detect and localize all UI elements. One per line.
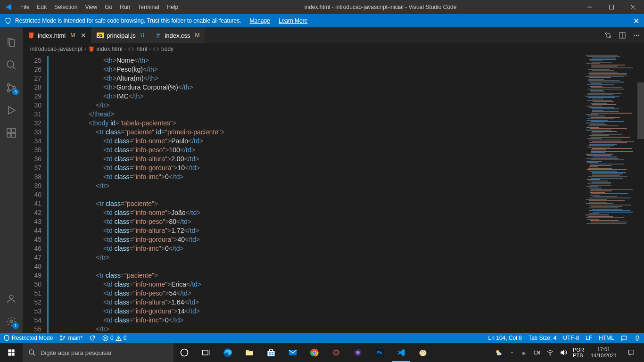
tab-mod-indicator: M (195, 32, 200, 39)
svg-point-54 (356, 351, 360, 354)
task-view-icon[interactable] (195, 343, 217, 362)
start-button[interactable] (0, 343, 23, 362)
tab-index-css[interactable]: # index.css M (149, 27, 205, 43)
status-lncol[interactable]: Ln 104, Col 8 (485, 333, 525, 343)
status-encoding[interactable]: UTF-8 (560, 333, 582, 343)
status-feedback-icon[interactable] (618, 333, 631, 343)
edge-icon[interactable] (217, 343, 239, 362)
file-explorer-icon[interactable] (239, 343, 260, 362)
language-indicator[interactable]: PORPTB (570, 343, 587, 362)
breadcrumb-item[interactable]: body (153, 46, 173, 52)
status-problems[interactable]: 0 0 (99, 333, 130, 343)
search-placeholder: Digite aqui para pesquisar (41, 349, 112, 356)
tab-close-icon[interactable]: ✕ (81, 32, 86, 39)
store-icon[interactable] (260, 343, 282, 362)
cortana-icon[interactable] (173, 343, 195, 362)
tab-principal-js[interactable]: JS principal.js U (91, 27, 149, 43)
learn-more-link[interactable]: Learn More (279, 17, 307, 24)
minimize-button[interactable] (579, 0, 601, 14)
taskbar-apps: Ps (173, 343, 434, 362)
explorer-icon[interactable] (0, 31, 23, 54)
svg-marker-9 (8, 107, 15, 114)
status-restricted-mode[interactable]: Restricted Mode (0, 333, 56, 343)
file-icon: JS (96, 32, 104, 39)
mail-icon[interactable] (282, 343, 304, 362)
tab-mod-indicator: M (70, 32, 75, 39)
svg-rect-11 (7, 133, 11, 137)
svg-point-15 (10, 320, 13, 323)
breadcrumb-item[interactable]: html (128, 46, 147, 52)
tab-bar: index.html M ✕JS principal.js U # index.… (23, 27, 644, 44)
status-bell-icon[interactable] (631, 333, 644, 343)
status-tabsize[interactable]: Tab Size: 4 (525, 333, 560, 343)
manage-badge: 1 (12, 322, 19, 329)
extensions-icon[interactable] (0, 122, 23, 144)
meet-now-icon[interactable] (530, 343, 544, 362)
svg-rect-34 (12, 353, 15, 356)
status-branch-label: main* (68, 335, 83, 341)
compare-changes-icon[interactable] (604, 32, 612, 39)
clock-date: 14/10/2021 (591, 353, 617, 359)
menu-file[interactable]: File (17, 0, 33, 14)
menu-run[interactable]: Run (116, 0, 134, 14)
svg-point-24 (60, 339, 62, 340)
app-icon-1[interactable] (325, 343, 347, 362)
weather-icon[interactable] (492, 343, 507, 362)
source-control-icon[interactable]: 3 (0, 76, 23, 99)
status-sync[interactable] (86, 333, 99, 343)
tab-actions (604, 27, 644, 43)
menu-go[interactable]: Go (101, 0, 116, 14)
menu-view[interactable]: View (81, 0, 101, 14)
breadcrumb-item[interactable]: index.html (88, 46, 123, 52)
taskbar-search[interactable]: Digite aqui para pesquisar (23, 343, 173, 362)
paint-icon[interactable] (412, 343, 434, 362)
svg-point-61 (421, 354, 422, 355)
tab-index-html[interactable]: index.html M ✕ (23, 27, 91, 43)
status-branch[interactable]: main* (56, 333, 86, 343)
svg-point-17 (609, 36, 611, 38)
file-icon: # (154, 32, 162, 39)
code-editor[interactable]: 2526272829303132333435363738394041424344… (23, 54, 644, 333)
file-icon (27, 32, 35, 39)
maximize-button[interactable] (601, 0, 622, 14)
more-actions-icon[interactable] (633, 32, 640, 39)
app-icon-2[interactable] (347, 343, 369, 362)
status-eol[interactable]: LF (582, 333, 595, 343)
menu-help[interactable]: Help (163, 0, 182, 14)
shield-icon (5, 17, 11, 24)
volume-icon[interactable] (557, 343, 570, 362)
account-icon[interactable] (0, 288, 23, 310)
svg-point-20 (634, 35, 635, 36)
code-content[interactable]: <th>Nome</th> <th>Peso(kg)</th> <th>Altu… (52, 54, 644, 333)
manage-link[interactable]: Manage (250, 17, 270, 24)
svg-rect-45 (269, 354, 271, 355)
search-icon[interactable] (0, 54, 23, 76)
action-center-icon[interactable] (620, 343, 642, 362)
svg-point-59 (423, 350, 424, 352)
tray-chevron-icon[interactable] (507, 343, 517, 362)
menu-selection[interactable]: Selection (50, 0, 81, 14)
editor-scrollbar[interactable] (637, 54, 644, 333)
split-editor-icon[interactable] (619, 32, 626, 39)
onedrive-icon[interactable] (517, 343, 530, 362)
close-banner-icon[interactable]: ✕ (633, 16, 639, 25)
run-debug-icon[interactable] (0, 99, 23, 122)
breadcrumb-item[interactable]: introducao-javascript (30, 46, 83, 52)
wifi-icon[interactable] (544, 343, 557, 362)
chrome-icon[interactable] (304, 343, 325, 362)
svg-point-16 (605, 33, 607, 34)
taskbar-clock[interactable]: 17:01 14/10/2021 (587, 346, 620, 359)
manage-icon[interactable]: 1 (0, 310, 23, 333)
scrollbar-thumb[interactable] (637, 82, 644, 139)
svg-rect-44 (272, 352, 273, 354)
photoshop-icon[interactable]: Ps (369, 343, 390, 362)
svg-rect-1 (610, 5, 614, 9)
close-button[interactable] (622, 0, 644, 14)
status-language[interactable]: HTML (595, 333, 618, 343)
window-controls (579, 0, 644, 14)
minimap[interactable] (586, 54, 637, 333)
menu-edit[interactable]: Edit (33, 0, 50, 14)
vscode-taskbar-icon[interactable] (390, 343, 412, 362)
svg-rect-41 (246, 352, 253, 355)
menu-terminal[interactable]: Terminal (134, 0, 163, 14)
